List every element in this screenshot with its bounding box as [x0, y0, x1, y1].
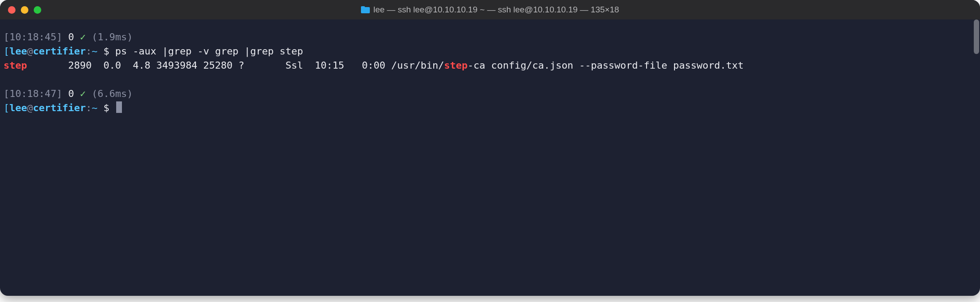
- prompt-cwd: ~: [92, 46, 98, 57]
- prompt-cwd: ~: [92, 102, 98, 113]
- check-icon: ✓: [80, 88, 86, 99]
- check-icon: ✓: [80, 31, 86, 43]
- terminal-window: lee — ssh lee@10.10.10.19 ~ — ssh lee@10…: [0, 0, 980, 296]
- prompt-line-1: [lee@certifier:~ $ ps -aux |grep -v grep…: [4, 44, 976, 58]
- title-text: lee — ssh lee@10.10.10.19 ~ — ssh lee@10…: [373, 5, 619, 15]
- terminal-output[interactable]: [10:18:45] 0 ✓ (1.9ms)[lee@certifier:~ $…: [0, 19, 980, 296]
- command-text: ps -aux |grep -v grep |grep step: [115, 46, 303, 57]
- zoom-icon[interactable]: [34, 6, 41, 14]
- close-icon[interactable]: [8, 6, 16, 14]
- status-line-1: [10:18:45] 0 ✓ (1.9ms): [4, 30, 976, 44]
- prompt-host: certifier: [33, 46, 86, 57]
- status-line-2: [10:18:47] 0 ✓ (6.6ms): [4, 87, 976, 101]
- prompt-host: certifier: [33, 102, 86, 113]
- prompt-user: lee: [9, 46, 27, 57]
- blank-line: [4, 73, 976, 87]
- grep-match: step: [4, 60, 27, 71]
- grep-match: step: [444, 60, 467, 71]
- cursor: [116, 101, 122, 113]
- prompt-user: lee: [9, 102, 27, 113]
- ps-output-row: step 2890 0.0 4.8 3493984 25280 ? Ssl 10…: [4, 58, 976, 73]
- prompt-line-2: [lee@certifier:~ $: [4, 101, 976, 115]
- window-controls: [8, 6, 41, 14]
- window-title: lee — ssh lee@10.10.10.19 ~ — ssh lee@10…: [0, 5, 980, 15]
- titlebar[interactable]: lee — ssh lee@10.10.10.19 ~ — ssh lee@10…: [0, 0, 980, 19]
- folder-icon: [361, 6, 370, 13]
- minimize-icon[interactable]: [21, 6, 28, 14]
